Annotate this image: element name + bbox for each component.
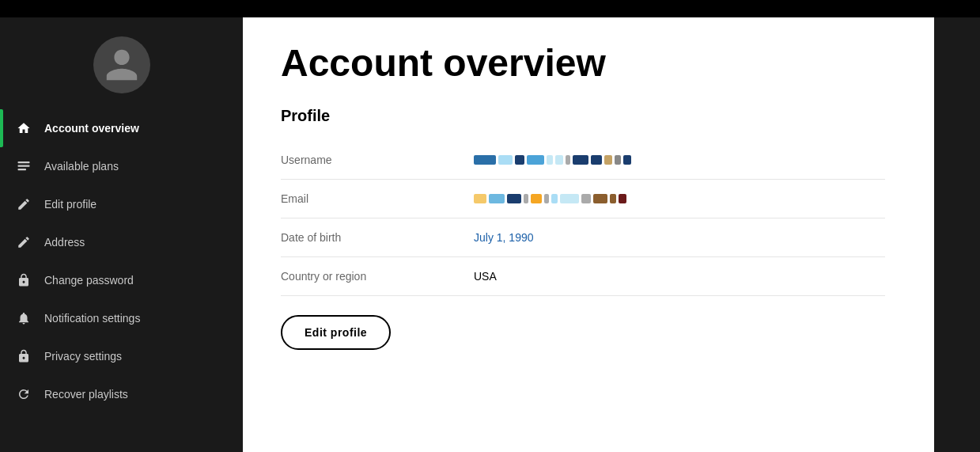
top-bar [0, 0, 980, 17]
avatar-container [0, 17, 243, 109]
sidebar-item-label: Recover playlists [44, 388, 128, 401]
sidebar-item-label: Change password [44, 274, 134, 287]
sidebar-item-address[interactable]: Address [0, 223, 243, 261]
sidebar-item-edit-profile[interactable]: Edit profile [0, 185, 243, 223]
edit-profile-button[interactable]: Edit profile [281, 315, 391, 350]
username-value [474, 155, 885, 165]
right-panel [934, 0, 980, 452]
sidebar: Account overview Available plans Edit pr… [0, 0, 243, 452]
recover-icon [16, 386, 32, 402]
person-icon [103, 46, 141, 84]
username-redacted [474, 155, 631, 165]
sidebar-item-label: Address [44, 236, 85, 249]
svg-rect-0 [18, 161, 30, 163]
profile-row-dob: Date of birth July 1, 1990 [281, 218, 885, 257]
bell-icon [16, 310, 32, 326]
lock-icon [16, 272, 32, 288]
privacy-lock-icon [16, 348, 32, 364]
email-value [474, 194, 885, 203]
home-icon [16, 120, 32, 136]
username-label: Username [281, 154, 455, 166]
sidebar-item-label: Privacy settings [44, 350, 122, 363]
section-title: Profile [281, 107, 885, 125]
profile-row-email: Email [281, 180, 885, 218]
sidebar-item-account-overview[interactable]: Account overview [0, 109, 243, 147]
email-redacted [474, 194, 626, 203]
dob-value: July 1, 1990 [474, 231, 885, 244]
plans-icon [16, 158, 32, 174]
sidebar-item-label: Account overview [44, 122, 139, 135]
svg-rect-1 [18, 165, 30, 167]
country-value: USA [474, 270, 885, 283]
address-icon [16, 234, 32, 250]
svg-rect-2 [18, 169, 27, 170]
dob-label: Date of birth [281, 231, 455, 244]
sidebar-item-label: Edit profile [44, 198, 96, 211]
sidebar-item-privacy-settings[interactable]: Privacy settings [0, 337, 243, 375]
page-title: Account overview [281, 43, 885, 85]
profile-row-username: Username [281, 141, 885, 180]
sidebar-item-label: Available plans [44, 160, 119, 173]
avatar [93, 36, 150, 93]
sidebar-item-label: Notification settings [44, 312, 140, 325]
sidebar-item-change-password[interactable]: Change password [0, 261, 243, 299]
edit-icon [16, 196, 32, 212]
main-content: Account overview Profile Username [243, 0, 934, 452]
sidebar-item-notification-settings[interactable]: Notification settings [0, 299, 243, 337]
email-label: Email [281, 192, 455, 205]
country-label: Country or region [281, 270, 455, 283]
sidebar-item-recover-playlists[interactable]: Recover playlists [0, 375, 243, 413]
profile-row-country: Country or region USA [281, 257, 885, 296]
sidebar-item-available-plans[interactable]: Available plans [0, 147, 243, 185]
sidebar-nav: Account overview Available plans Edit pr… [0, 109, 243, 413]
